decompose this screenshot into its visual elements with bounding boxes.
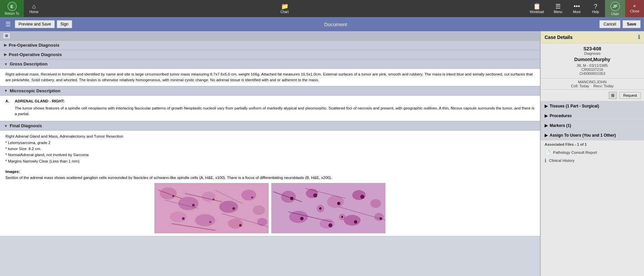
- top-nav-bar: E Return To ⌂ Home 📁 Chart 📋 Workload ☰ …: [0, 0, 644, 17]
- pathology-report-item[interactable]: 📄 Pathology Consult Report: [541, 148, 644, 156]
- pathology-report-label: Pathology Consult Report: [553, 150, 597, 154]
- assign-header[interactable]: ▶ Assign To Users (You and 1 Other): [541, 131, 644, 140]
- close-label: Close: [630, 9, 639, 13]
- tissues-section: ▶ Tissues (1 Part - Surgical): [541, 101, 644, 111]
- case-info: S23-608 Diagnosis Dumont,Murphy 38, M - …: [541, 43, 644, 79]
- info-circle-icon: ℹ: [545, 158, 546, 163]
- doc-header-icon[interactable]: ⊞: [3, 33, 10, 39]
- micro-title: Microscopic Description: [10, 88, 60, 93]
- close-button[interactable]: ✕ Close: [625, 0, 644, 17]
- chart-button[interactable]: 📁 Chart: [275, 0, 295, 17]
- clinical-history-item[interactable]: ℹ Clinical History: [541, 156, 644, 165]
- final-header[interactable]: ▼ Final Diagnosis: [0, 121, 540, 130]
- associated-files-header: Associated Files - 1 of 1: [541, 140, 644, 148]
- svg-point-44: [328, 223, 332, 227]
- gross-chevron: ▼: [4, 62, 8, 66]
- sign-button[interactable]: Sign: [57, 20, 72, 28]
- final-diagnosis-line3: * tumor Size: 8.2 cm.: [5, 146, 535, 152]
- svg-point-45: [354, 220, 357, 224]
- coll-info: Coll: Today Recv: Today: [541, 84, 644, 88]
- document-scroll-area[interactable]: ▶ Pre-Operative Diagnosis ▶ Post-Operati…: [0, 41, 540, 276]
- post-op-chevron: ▶: [4, 52, 7, 57]
- toolbar: ☰ Preview and Save Sign Document Cancel …: [0, 17, 644, 31]
- histology-image-b: [271, 183, 385, 233]
- svg-point-41: [337, 202, 340, 205]
- add-icon[interactable]: ⊞: [609, 92, 617, 99]
- markers-section: ▶ Markers (1): [541, 121, 644, 131]
- chart-icon: 📁: [281, 3, 288, 9]
- tissues-chevron: ▶: [545, 104, 548, 108]
- final-title: Final Diagnosis: [10, 123, 42, 128]
- final-diagnosis-line1: Right Adrenal Gland and Mass, Adrenalect…: [5, 133, 535, 139]
- user-button[interactable]: JF User: [605, 0, 625, 17]
- preview-save-button[interactable]: Preview and Save: [15, 20, 55, 28]
- menu-icon: ☰: [555, 3, 561, 9]
- user-label: User: [611, 12, 619, 16]
- micro-sub-item: A. ADRENAL GLAND - RIGHT: The tumor show…: [5, 98, 535, 117]
- svg-point-48: [319, 207, 322, 210]
- workload-icon: 📋: [533, 3, 541, 9]
- ch-number: CH0000001053: [541, 72, 644, 76]
- help-button[interactable]: ? Help: [586, 0, 605, 17]
- svg-point-18: [192, 204, 195, 206]
- more-icon: •••: [573, 3, 580, 9]
- pre-op-title: Pre-Operative Diagnosis: [9, 43, 59, 48]
- svg-point-7: [170, 212, 187, 222]
- save-button[interactable]: Save: [623, 20, 641, 28]
- svg-point-24: [239, 224, 242, 227]
- svg-point-42: [360, 195, 364, 199]
- assign-chevron: ▶: [545, 133, 548, 138]
- procedures-header[interactable]: ▶ Procedures: [541, 111, 644, 121]
- final-content: Right Adrenal Gland and Mass, Adrenalect…: [0, 130, 540, 167]
- more-label: More: [573, 10, 581, 14]
- markers-label: Markers (1): [550, 123, 571, 128]
- gross-header[interactable]: ▼ Gross Description: [0, 59, 540, 68]
- final-diagnosis-line4: * NormalAdrenal gland, not involved by S…: [5, 152, 535, 158]
- assign-section: ▶ Assign To Users (You and 1 Other): [541, 131, 644, 140]
- toolbar-menu-button[interactable]: ☰: [3, 20, 13, 28]
- final-section: ▼ Final Diagnosis Right Adrenal Gland an…: [0, 121, 540, 236]
- tissues-header[interactable]: ▶ Tissues (1 Part - Surgical): [541, 101, 644, 111]
- gross-text: Right adrenal mass. Received in formalin…: [5, 72, 535, 83]
- user-avatar: JF: [610, 2, 620, 11]
- markers-header[interactable]: ▶ Markers (1): [541, 121, 644, 130]
- help-label: Help: [592, 10, 599, 14]
- pre-op-header[interactable]: ▶ Pre-Operative Diagnosis: [0, 41, 540, 50]
- app-icon: E: [7, 2, 17, 11]
- assign-label: Assign To Users (You and 1 Other): [550, 133, 616, 138]
- request-button[interactable]: Request: [619, 92, 641, 99]
- svg-point-8: [195, 214, 215, 226]
- svg-point-4: [219, 201, 238, 213]
- micro-header[interactable]: ▼ Microscopic Description: [0, 86, 540, 95]
- gross-content: Right adrenal mass. Received in formalin…: [0, 68, 540, 86]
- home-button[interactable]: ⌂ Home: [24, 0, 44, 17]
- menu-button[interactable]: ☰ Menu: [549, 0, 567, 17]
- post-op-header[interactable]: ▶ Post-Operative Diagnosis: [0, 50, 540, 59]
- workload-label: Workload: [530, 10, 544, 14]
- images-label: Images:: [5, 170, 535, 174]
- svg-point-30: [370, 199, 381, 208]
- return-to-button[interactable]: E Return To: [0, 0, 24, 17]
- patient-name: Dumont,Murphy: [541, 57, 644, 62]
- svg-point-33: [344, 215, 361, 226]
- micro-sub-title: ADRENAL GLAND - RIGHT:: [15, 98, 535, 104]
- workload-button[interactable]: 📋 Workload: [525, 0, 549, 17]
- case-type: Diagnosis: [541, 51, 644, 55]
- svg-point-9: [228, 219, 243, 229]
- markers-chevron: ▶: [545, 123, 548, 128]
- return-to-label: Return To: [5, 12, 19, 15]
- file-doc-icon: 📄: [545, 150, 550, 155]
- post-op-title: Post-Operative Diagnosis: [9, 52, 62, 57]
- more-button[interactable]: ••• More: [567, 0, 586, 17]
- sidebar-info-icon[interactable]: ℹ: [638, 34, 640, 40]
- chart-label: Chart: [280, 10, 288, 14]
- svg-point-46: [379, 217, 382, 220]
- svg-point-5: [241, 190, 256, 200]
- gross-section: ▼ Gross Description Right adrenal mass. …: [0, 59, 540, 86]
- svg-point-19: [213, 198, 215, 200]
- cancel-button[interactable]: Cancel: [599, 20, 620, 28]
- svg-point-10: [257, 218, 267, 226]
- gross-title: Gross Description: [10, 61, 48, 66]
- svg-point-2: [178, 197, 198, 210]
- svg-point-21: [251, 196, 253, 198]
